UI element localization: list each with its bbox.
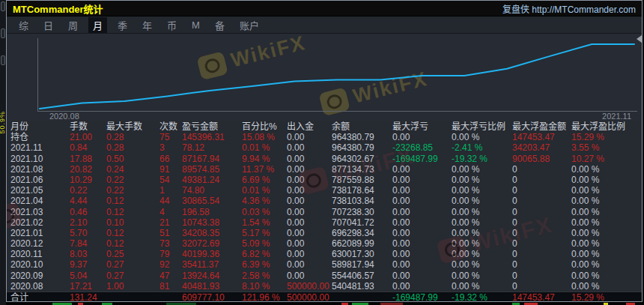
table-cell: 0.01 %	[242, 142, 287, 153]
column-header[interactable]: 手数	[70, 121, 106, 132]
table-cell: 54	[160, 175, 182, 185]
column-header[interactable]: 最大浮亏比例	[452, 121, 512, 132]
table-cell: 15.08 %	[242, 132, 287, 142]
table-row[interactable]: 持仓21.000.2875145396.3115.08 %0.00964380.…	[10, 132, 642, 142]
table-cell: 0.84	[70, 142, 106, 153]
table-row[interactable]: 2021.110.840.28378.120.01 %0.00964380.79…	[10, 142, 642, 153]
table-cell: 0	[512, 217, 571, 228]
table-cell: 0.00 %	[571, 185, 639, 196]
menu-item-季[interactable]: 季	[113, 17, 132, 33]
table-cell: 500000.00	[287, 281, 332, 292]
table-row[interactable]: 2021.0820.820.249189574.8511.37 %0.00877…	[10, 164, 642, 175]
table-cell: 0.03 %	[242, 207, 287, 217]
table-cell: 121.96 %	[242, 292, 287, 301]
table-cell: 0.00 %	[571, 207, 639, 217]
table-cell: 0.00	[287, 271, 332, 281]
table-cell: -169487.99	[392, 154, 452, 164]
table-cell: 0	[512, 238, 571, 249]
table-cell: 0.00 %	[452, 132, 512, 142]
column-header[interactable]: 余额	[332, 121, 392, 132]
table-cell: 0.00	[287, 217, 332, 228]
equity-chart-area: WikiFX WikiFX 2020.08 2021.11	[7, 34, 642, 121]
table-cell: 2.58 %	[242, 271, 287, 281]
table-cell: 0	[512, 259, 571, 270]
column-header[interactable]: 最大浮亏	[392, 121, 452, 132]
table-cell: 0.00 %	[571, 164, 639, 175]
menu-item-账户[interactable]: 账户	[235, 17, 264, 33]
background-window-bottom-edge[interactable]	[6, 302, 644, 305]
table-row[interactable]: 2021.0610.290.225449381.246.69 %0.007875…	[10, 175, 642, 185]
table-cell: 0.10	[106, 217, 160, 228]
table-row[interactable]: 2021.030.460.124196.580.03 %0.00707238.3…	[10, 207, 642, 217]
chart-scroll-marker-icon[interactable]	[637, 35, 642, 43]
table-cell: 5.17 %	[242, 228, 287, 238]
menu-item-M[interactable]: M	[187, 19, 204, 31]
chart-x-axis	[37, 111, 637, 112]
table-cell: 738103.84	[332, 196, 392, 206]
table-header-row: 月份手数最大手数次数盈亏金额百分比%出入金余额最大浮亏最大浮亏比例最大浮盈金额最…	[10, 121, 642, 132]
table-row[interactable]: 2020.127.840.127332072.695.09 %0.0066208…	[10, 238, 642, 249]
column-header[interactable]: 盈亏金额	[182, 121, 242, 132]
table-cell: 609777.10	[182, 292, 242, 301]
table-cell: 0.00	[287, 132, 332, 142]
table-cell: 0.00	[392, 281, 452, 292]
table-cell: 4	[160, 207, 182, 217]
table-cell: 74.80	[182, 185, 242, 196]
column-header[interactable]: 月份	[10, 121, 70, 132]
table-cell: 79	[160, 249, 182, 259]
table-cell: 707041.72	[332, 217, 392, 228]
table-cell: 0.25	[106, 249, 160, 259]
table-cell: 0.00 %	[452, 175, 512, 185]
menu-item-年[interactable]: 年	[138, 17, 157, 33]
table-cell: -2.41 %	[452, 142, 512, 153]
column-header[interactable]: 出入金	[287, 121, 332, 132]
table-cell: 0	[512, 228, 571, 238]
table-cell: 0.00	[287, 207, 332, 217]
table-cell: 0.27	[106, 259, 160, 270]
table-row[interactable]: 2020.109.370.279235411.376.39 %0.0058981…	[10, 259, 642, 270]
table-cell: 6.39 %	[242, 259, 287, 270]
column-header[interactable]: 次数	[160, 121, 182, 132]
table-row[interactable]: 2021.022.100.102110743.381.54 %0.0070704…	[10, 217, 642, 228]
brand-link[interactable]: 复盘侠 http://MTCommander.com	[502, 2, 636, 15]
column-header[interactable]: 最大浮盈金额	[512, 121, 571, 132]
table-cell: 0.22	[106, 175, 160, 185]
table-row[interactable]: 2021.1017.880.506687167.949.94 %0.009643…	[10, 154, 642, 164]
table-row[interactable]: 2020.0817.211.008140481.938.10 %500000.0…	[10, 281, 642, 292]
table-cell: 0.46	[70, 207, 106, 217]
menu-item-备[interactable]: 备	[210, 17, 229, 33]
title-bar[interactable]: MTCommander统计 复盘侠 http://MTCommander.com	[7, 1, 642, 16]
table-cell: 0.00 %	[571, 238, 639, 249]
table-cell: 66	[160, 154, 182, 164]
table-cell: 0.27	[106, 271, 160, 281]
table-row[interactable]: 2021.044.440.124430865.544.36 %0.0073810…	[10, 196, 642, 206]
column-header[interactable]: 最大浮盈比例	[571, 121, 639, 132]
table-row[interactable]: 2020.118.030.257940199.366.82 %0.0063001…	[10, 249, 642, 259]
menu-item-币[interactable]: 币	[162, 17, 181, 33]
menu-item-日[interactable]: 日	[39, 17, 58, 33]
column-header[interactable]: 最大手数	[106, 121, 160, 132]
table-cell: 4.36 %	[242, 196, 287, 206]
table-cell: 738178.64	[332, 185, 392, 196]
table-cell: 2020.11	[10, 249, 70, 259]
table-cell: 589817.94	[332, 259, 392, 270]
table-cell: 500000.00	[287, 292, 332, 301]
table-cell: 2021.08	[10, 164, 70, 175]
table-cell: 3	[160, 142, 182, 153]
table-row[interactable]: 2021.015.700.125134208.355.17 %0.0069629…	[10, 228, 642, 238]
table-cell: 20.82	[70, 164, 106, 175]
table-cell: 0.00	[287, 175, 332, 185]
table-cell: 13924.64	[182, 271, 242, 281]
table-row[interactable]: 2020.095.040.274713924.642.58 %0.0055440…	[10, 271, 642, 281]
table-cell: 707238.30	[332, 207, 392, 217]
table-cell: 0.01 %	[242, 185, 287, 196]
column-header[interactable]: 百分比%	[242, 121, 287, 132]
table-cell: 40481.93	[182, 281, 242, 292]
menu-item-综[interactable]: 综	[14, 17, 33, 33]
menu-item-周[interactable]: 周	[64, 17, 82, 33]
table-row[interactable]: 2021.050.220.22174.800.01 %0.00738178.64…	[10, 185, 642, 196]
table-cell: 3.55 %	[571, 142, 639, 153]
menu-item-月[interactable]: 月	[88, 17, 107, 33]
table-cell: 0.00 %	[571, 196, 639, 206]
table-cell: 0.00 %	[452, 259, 512, 270]
